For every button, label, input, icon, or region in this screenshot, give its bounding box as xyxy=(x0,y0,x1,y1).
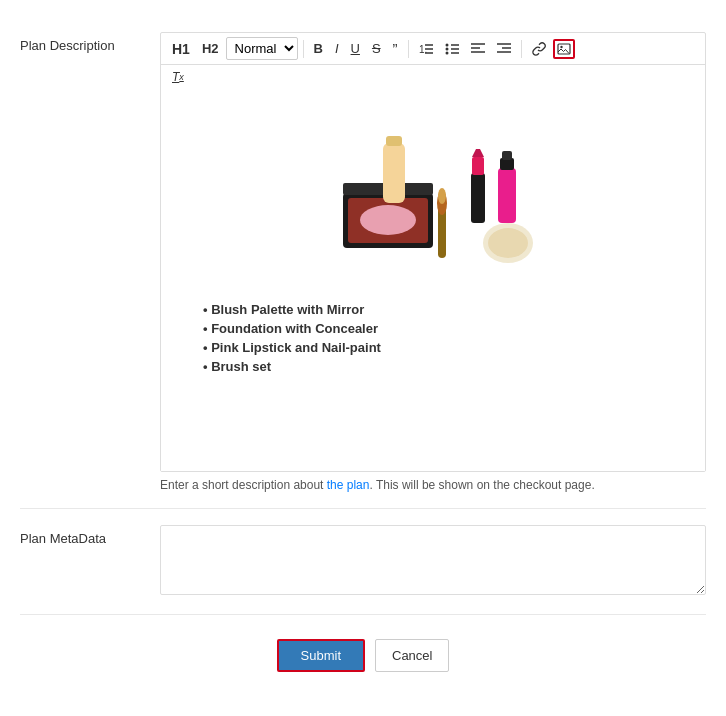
underline-button[interactable]: U xyxy=(346,38,365,59)
align-left-icon xyxy=(471,42,485,56)
svg-point-4 xyxy=(445,43,448,46)
product-list: Blush Palette with Mirror Foundation wit… xyxy=(203,302,693,374)
cancel-button[interactable]: Cancel xyxy=(375,639,449,672)
format-select[interactable]: Normal xyxy=(226,37,298,60)
link-button[interactable] xyxy=(527,39,551,59)
submit-button[interactable]: Submit xyxy=(277,639,365,672)
unordered-list-button[interactable] xyxy=(440,39,464,59)
cosmetics-image-container xyxy=(173,103,693,286)
link-icon xyxy=(532,42,546,56)
svg-point-6 xyxy=(445,51,448,54)
separator-2 xyxy=(408,40,409,58)
svg-rect-32 xyxy=(386,136,402,146)
list-item-1: Blush Palette with Mirror xyxy=(203,302,693,317)
list-item-3: Pink Lipstick and Nail-paint xyxy=(203,340,693,355)
editor-toolbar-row2: Tx xyxy=(161,65,705,91)
clear-format-button[interactable]: Tx xyxy=(167,67,189,87)
hint-link: the plan xyxy=(327,478,370,492)
separator-1 xyxy=(303,40,304,58)
cosmetics-svg xyxy=(323,103,543,283)
editor-content[interactable]: Blush Palette with Mirror Foundation wit… xyxy=(161,91,705,471)
form-actions: Submit Cancel xyxy=(20,615,706,688)
strikethrough-button[interactable]: S xyxy=(367,38,386,59)
editor-wrapper: H1 H2 Normal B I U S ” 1. xyxy=(160,32,706,472)
plan-metadata-label: Plan MetaData xyxy=(20,525,160,546)
list-item-2: Foundation with Concealer xyxy=(203,321,693,336)
form-container: Plan Description H1 H2 Normal B I U S ” xyxy=(0,0,726,704)
metadata-textarea[interactable] xyxy=(160,525,706,595)
svg-rect-26 xyxy=(472,157,484,175)
separator-3 xyxy=(521,40,522,58)
svg-point-24 xyxy=(438,188,446,204)
svg-rect-31 xyxy=(383,143,405,203)
svg-rect-28 xyxy=(498,168,516,223)
bold-button[interactable]: B xyxy=(309,38,328,59)
editor-hint: Enter a short description about the plan… xyxy=(160,478,706,492)
h1-button[interactable]: H1 xyxy=(167,38,195,60)
ul-icon xyxy=(445,42,459,56)
ol-icon: 1. xyxy=(419,42,433,56)
plan-description-label: Plan Description xyxy=(20,32,160,53)
h2-button[interactable]: H2 xyxy=(197,38,224,59)
list-item-4: Brush set xyxy=(203,359,693,374)
metadata-control xyxy=(160,525,706,598)
image-icon xyxy=(557,42,571,56)
svg-point-17 xyxy=(560,45,562,47)
image-button[interactable] xyxy=(553,39,575,59)
svg-point-34 xyxy=(488,228,528,258)
align-left-button[interactable] xyxy=(466,39,490,59)
ordered-list-button[interactable]: 1. xyxy=(414,39,438,59)
align-right-icon xyxy=(497,42,511,56)
svg-point-20 xyxy=(360,205,416,235)
plan-metadata-row: Plan MetaData xyxy=(20,509,706,615)
italic-button[interactable]: I xyxy=(330,38,344,59)
align-right-button[interactable] xyxy=(492,39,516,59)
svg-point-5 xyxy=(445,47,448,50)
plan-description-row: Plan Description H1 H2 Normal B I U S ” xyxy=(20,16,706,509)
editor-toolbar: H1 H2 Normal B I U S ” 1. xyxy=(161,33,705,65)
blockquote-button[interactable]: ” xyxy=(388,37,403,60)
editor-area: H1 H2 Normal B I U S ” 1. xyxy=(160,32,706,492)
svg-marker-27 xyxy=(472,149,484,157)
svg-rect-25 xyxy=(471,173,485,223)
svg-rect-30 xyxy=(502,151,512,160)
